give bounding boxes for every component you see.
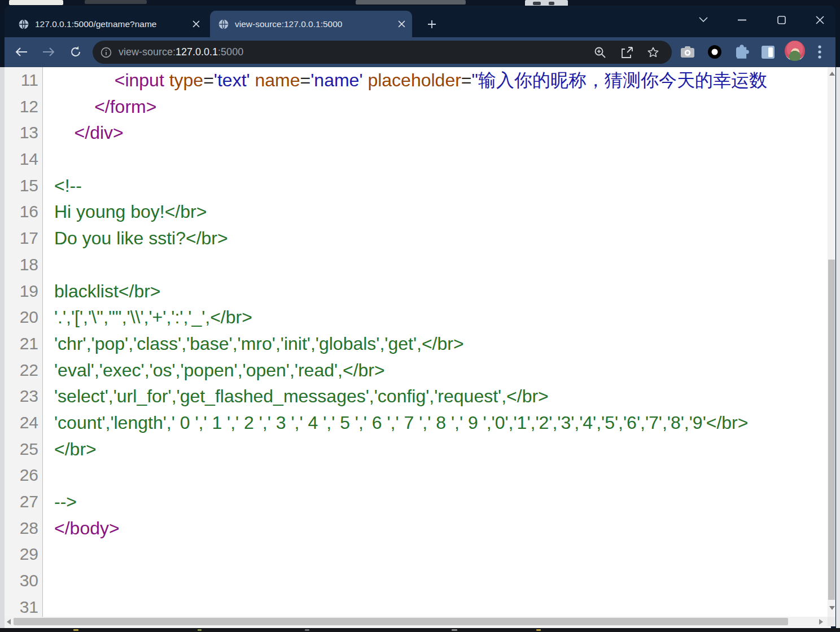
minimize-button[interactable] [729, 11, 754, 28]
extensions-puzzle-icon[interactable] [730, 41, 753, 63]
source-code-text [43, 462, 54, 489]
line-number: 29 [5, 541, 43, 568]
maximize-button[interactable] [769, 11, 794, 28]
background-window-sliver [452, 629, 457, 631]
browser-menu-icon[interactable] [808, 41, 831, 63]
source-line: 15<!-- [5, 173, 828, 199]
source-line: 18 [5, 252, 828, 278]
tab-getname-page[interactable]: 127.0.0.1:5000/getname?name [10, 11, 207, 37]
source-code-text: 'eval','exec','os','popen','open','read'… [43, 357, 385, 384]
source-code-text: 'select','url_for','get_flashed_messages… [43, 383, 549, 410]
tab-close-icon[interactable] [396, 19, 406, 29]
line-number: 15 [5, 173, 43, 199]
source-code-text: 'chr','pop','class','base','mro','init',… [43, 331, 464, 357]
line-number: 22 [5, 357, 43, 384]
scroll-up-icon[interactable] [829, 72, 835, 76]
url-port: :5000 [218, 46, 243, 58]
source-line: 13 </div> [5, 120, 828, 146]
vertical-scrollbar[interactable] [828, 67, 835, 617]
background-window-sliver [305, 629, 309, 631]
source-code-text: </form> [43, 94, 156, 120]
line-number: 24 [5, 410, 43, 436]
horizontal-scrollbar[interactable] [5, 617, 828, 626]
line-number: 14 [5, 146, 43, 173]
line-number: 31 [5, 594, 43, 617]
address-bar[interactable]: view-source:127.0.0.1:5000 [93, 41, 672, 64]
line-number: 13 [5, 120, 43, 146]
vertical-scroll-thumb[interactable] [828, 260, 835, 600]
profile-avatar[interactable] [785, 41, 805, 61]
line-number: 23 [5, 383, 43, 410]
line-number: 18 [5, 252, 43, 278]
source-line: 25</br> [5, 436, 828, 463]
source-code-text: Hi young boy!</br> [43, 199, 207, 225]
source-code-text: </div> [43, 120, 124, 146]
window-right-edge [836, 67, 840, 628]
source-code-text: </br> [43, 436, 97, 463]
source-code-text [43, 252, 54, 278]
line-number: 17 [5, 225, 43, 252]
source-line: 16Hi young boy!</br> [5, 199, 828, 225]
source-line: 14 [5, 146, 828, 173]
back-button[interactable] [10, 41, 33, 63]
line-number: 21 [5, 331, 43, 357]
side-panel-icon[interactable] [756, 41, 779, 63]
source-code-text: <!-- [43, 173, 82, 199]
source-code-text: </body> [43, 515, 120, 542]
source-code-text: 'count','length',' 0 ',' 1 ',' 2 ',' 3 '… [43, 410, 748, 436]
tab-view-source[interactable]: view-source:127.0.0.1:5000 [210, 11, 412, 37]
new-tab-button[interactable] [423, 16, 440, 33]
tab-close-icon[interactable] [191, 19, 201, 29]
source-line: 28</body> [5, 515, 828, 542]
reload-button[interactable] [64, 41, 87, 63]
background-window-sliver [549, 2, 554, 5]
bookmark-star-icon[interactable] [642, 42, 664, 63]
scroll-right-icon[interactable] [819, 619, 823, 625]
forward-button[interactable] [37, 41, 60, 63]
scroll-down-icon[interactable] [829, 606, 835, 610]
source-line: 21'chr','pop','class','base','mro','init… [5, 331, 828, 357]
horizontal-scroll-thumb[interactable] [14, 618, 788, 625]
source-code-text: '.','[','\'','"','\\','+',':','_',</br> [43, 304, 252, 331]
source-line: 23'select','url_for','get_flashed_messag… [5, 383, 828, 410]
source-rows: 11 <input type='text' name='name' placeh… [5, 67, 828, 617]
source-line: 19blacklist</br> [5, 278, 828, 305]
source-line: 29 [5, 541, 828, 568]
recorder-ring-icon[interactable] [703, 41, 726, 63]
window-left-edge [0, 67, 5, 628]
browser-window: 127.0.0.1:5000/getname?name view-source:… [5, 6, 835, 632]
screenshot-camera-icon[interactable] [676, 41, 699, 63]
globe-favicon-icon [218, 19, 229, 30]
tab-search-button[interactable] [691, 11, 716, 28]
source-line: 22'eval','exec','os','popen','open','rea… [5, 357, 828, 384]
line-number: 26 [5, 462, 43, 489]
source-line: 30 [5, 568, 828, 594]
share-icon[interactable] [616, 42, 638, 63]
source-code-text [43, 146, 54, 173]
source-code-text [43, 568, 54, 594]
background-window-sliver [536, 629, 541, 631]
source-line: 27--> [5, 489, 828, 515]
zoom-icon[interactable] [589, 42, 611, 63]
background-window-sliver [533, 2, 541, 5]
line-number: 12 [5, 94, 43, 120]
source-code-text: Do you like ssti?</br> [43, 225, 228, 252]
line-number: 25 [5, 436, 43, 463]
line-number: 19 [5, 278, 43, 305]
tab-title: 127.0.0.1:5000/getname?name [35, 19, 185, 29]
desktop-strip [0, 628, 840, 632]
screenshot-stage: 127.0.0.1:5000/getname?name view-source:… [0, 0, 840, 632]
globe-favicon-icon [18, 19, 29, 30]
line-number: 30 [5, 568, 43, 594]
line-number: 28 [5, 515, 43, 542]
line-number: 20 [5, 304, 43, 331]
background-window-sliver [9, 0, 63, 5]
url-scheme: view-source: [119, 46, 176, 58]
source-line: 12 </form> [5, 94, 828, 120]
scroll-left-icon[interactable] [7, 619, 11, 625]
url-text[interactable]: view-source:127.0.0.1:5000 [119, 46, 589, 58]
close-window-button[interactable] [807, 11, 832, 28]
source-line: 24'count','length',' 0 ',' 1 ',' 2 ',' 3… [5, 410, 828, 436]
page-info-icon[interactable] [100, 47, 112, 58]
source-code-text [43, 594, 54, 617]
